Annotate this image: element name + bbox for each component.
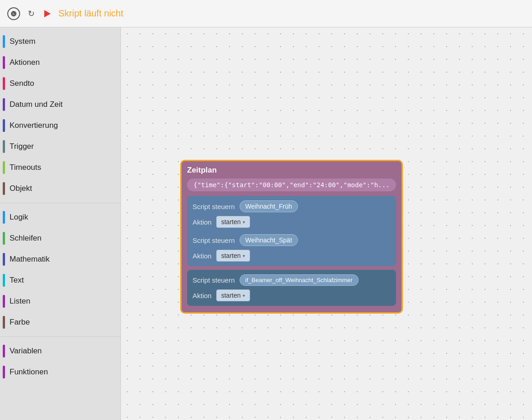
sidebar-item-sendto[interactable]: Sendto: [0, 73, 120, 94]
sidebar-item-schleifen[interactable]: Schleifen: [0, 228, 120, 249]
block-container: Zeitplan {"time":{"start":"00:00","end":…: [180, 160, 403, 314]
sidebar-item-funktionen[interactable]: Funktionen: [0, 362, 120, 383]
konvertierung-color-bar: [3, 119, 5, 132]
sidebar-label-mathematik: Mathematik: [10, 255, 50, 264]
text-color-bar: [3, 274, 5, 287]
schleifen-color-bar: [3, 232, 5, 245]
sidebar-label-konvertierung: Konvertierung: [10, 121, 58, 130]
action-value-2: starten: [221, 252, 241, 259]
action-label-2: Aktion: [193, 252, 212, 260]
funktionen-color-bar: [3, 366, 5, 378]
script-label-3: Script steuern: [193, 276, 235, 284]
action-select-3[interactable]: starten ▾: [216, 289, 250, 301]
sidebar-item-timeouts[interactable]: Timeouts: [0, 157, 120, 178]
script-group-1-2: Script steuern Weihnacht_Früh Aktion sta…: [187, 196, 396, 266]
action-chevron-1: ▾: [243, 220, 245, 225]
sidebar-item-trigger[interactable]: Trigger: [0, 136, 120, 157]
sidebar-label-funktionen: Funktionen: [10, 368, 48, 377]
target-icon: [7, 7, 20, 20]
play-button[interactable]: [42, 8, 53, 19]
sidebar-item-logik[interactable]: Logik: [0, 207, 120, 228]
sidebar-item-objekt[interactable]: Objekt: [0, 178, 120, 199]
action-value-3: starten: [221, 292, 241, 299]
mathematik-color-bar: [3, 253, 5, 266]
script-row-3: Script steuern if_Beamer_off_Weihnacht_S…: [193, 274, 391, 286]
action-chevron-2: ▾: [243, 253, 245, 258]
sidebar-label-variablen: Variablen: [10, 346, 42, 356]
sidebar-group-3: Variablen Funktionen: [0, 336, 120, 386]
header-title: Skript läuft nicht: [58, 8, 123, 19]
sidebar-label-farbe: Farbe: [10, 318, 30, 327]
logik-color-bar: [3, 211, 5, 224]
sidebar-item-variablen[interactable]: Variablen: [0, 341, 120, 362]
script-group-3: Script steuern if_Beamer_off_Weihnacht_S…: [187, 270, 396, 306]
sidebar: System Aktionen Sendto Datum und Zeit Ko…: [0, 27, 121, 420]
script-value-3[interactable]: if_Beamer_off_Weihnacht_Schlafzimmer: [240, 274, 359, 286]
action-row-2: Aktion starten ▾: [193, 250, 391, 262]
action-value-1: starten: [221, 218, 241, 226]
script-label-2: Script steuern: [193, 236, 235, 244]
action-select-2[interactable]: starten ▾: [216, 250, 250, 262]
farbe-color-bar: [3, 316, 5, 329]
action-row-1: Aktion starten ▾: [193, 216, 391, 228]
sidebar-item-listen[interactable]: Listen: [0, 291, 120, 312]
sidebar-item-system[interactable]: System: [0, 31, 120, 52]
sidebar-group-1: System Aktionen Sendto Datum und Zeit Ko…: [0, 27, 120, 203]
sidebar-label-system: System: [10, 37, 36, 46]
sidebar-item-text[interactable]: Text: [0, 270, 120, 291]
sidebar-item-farbe[interactable]: Farbe: [0, 312, 120, 333]
script-row-1: Script steuern Weihnacht_Früh: [193, 200, 391, 212]
action-row-3: Aktion starten ▾: [193, 289, 391, 301]
datum-color-bar: [3, 98, 5, 111]
action-select-1[interactable]: starten ▾: [216, 216, 250, 228]
timeouts-color-bar: [3, 161, 5, 174]
script-row-2: Script steuern Weihnacht_Spät: [193, 234, 391, 246]
action-chevron-3: ▾: [243, 293, 245, 298]
zeitplan-block[interactable]: Zeitplan {"time":{"start":"00:00","end":…: [180, 160, 403, 314]
sidebar-label-sendto: Sendto: [10, 79, 34, 88]
sidebar-label-aktionen: Aktionen: [10, 58, 40, 67]
sidebar-label-timeouts: Timeouts: [10, 163, 41, 172]
aktionen-color-bar: [3, 56, 5, 69]
objekt-color-bar: [3, 182, 5, 195]
zeitplan-title: Zeitplan: [187, 166, 396, 175]
sidebar-group-2: Logik Schleifen Mathematik Text Listen F…: [0, 203, 120, 336]
sidebar-item-konvertierung[interactable]: Konvertierung: [0, 115, 120, 136]
trigger-color-bar: [3, 140, 5, 153]
sidebar-item-mathematik[interactable]: Mathematik: [0, 249, 120, 270]
variablen-color-bar: [3, 345, 5, 357]
header: ↻ Skript läuft nicht: [0, 0, 532, 27]
action-label-1: Aktion: [193, 218, 212, 226]
sidebar-label-listen: Listen: [10, 297, 30, 306]
script-label-1: Script steuern: [193, 203, 235, 210]
system-color-bar: [3, 35, 5, 48]
sidebar-label-text: Text: [10, 276, 24, 285]
script-canvas[interactable]: Zeitplan {"time":{"start":"00:00","end":…: [121, 27, 532, 420]
refresh-button[interactable]: ↻: [26, 8, 37, 19]
sidebar-label-trigger: Trigger: [10, 142, 34, 151]
sidebar-item-datum-und-zeit[interactable]: Datum und Zeit: [0, 94, 120, 115]
listen-color-bar: [3, 295, 5, 308]
zeitplan-data: {"time":{"start":"00:00","end":"24:00","…: [187, 178, 396, 191]
sidebar-item-aktionen[interactable]: Aktionen: [0, 52, 120, 73]
sidebar-label-objekt: Objekt: [10, 184, 32, 193]
script-value-1[interactable]: Weihnacht_Früh: [240, 200, 298, 212]
sendto-color-bar: [3, 77, 5, 90]
play-icon: [44, 10, 51, 17]
sidebar-label-schleifen: Schleifen: [10, 234, 42, 243]
script-value-2[interactable]: Weihnacht_Spät: [240, 234, 298, 246]
sidebar-label-datum: Datum und Zeit: [10, 100, 63, 109]
sidebar-label-logik: Logik: [10, 213, 28, 222]
action-label-3: Aktion: [193, 292, 212, 299]
main-layout: System Aktionen Sendto Datum und Zeit Ko…: [0, 27, 532, 420]
